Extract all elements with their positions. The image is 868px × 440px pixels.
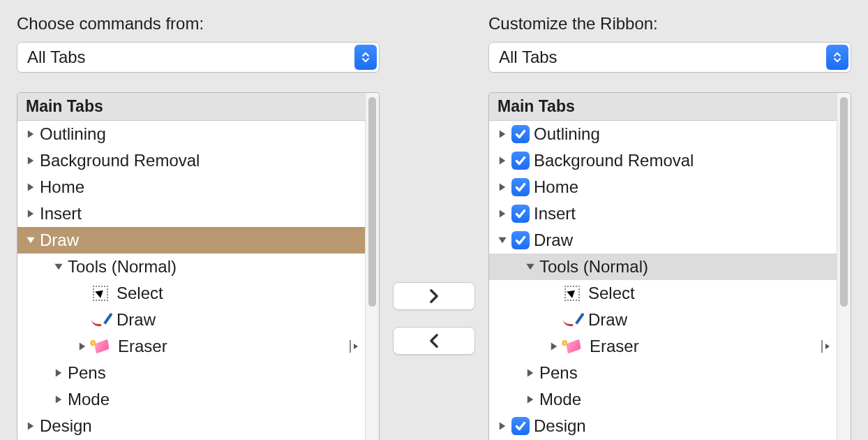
customize-ribbon-select-value: All Tabs [499, 47, 558, 67]
tree-item-design[interactable]: Design [489, 413, 837, 439]
tree-item-background-removal[interactable]: Background Removal [17, 147, 365, 174]
tree-item-insert[interactable]: Insert [17, 200, 365, 227]
item-label: Draw [117, 310, 156, 330]
disclosure-down-icon[interactable] [24, 235, 37, 245]
checkbox[interactable] [511, 125, 530, 143]
customize-ribbon-panel: Customize the Ribbon: All Tabs Main Tabs… [488, 14, 851, 440]
item-label: Draw [534, 230, 573, 250]
checkbox[interactable] [511, 152, 530, 170]
tree-item-mode[interactable]: Mode [489, 386, 837, 413]
choose-commands-label: Choose commands from: [17, 14, 380, 34]
select-stepper-icon[interactable] [826, 45, 848, 70]
disclosure-right-icon[interactable] [496, 182, 509, 192]
item-label: Select [588, 284, 635, 303]
chevron-left-icon [428, 333, 440, 349]
disclosure-right-icon[interactable] [496, 209, 509, 219]
scrollbar[interactable] [837, 93, 851, 440]
tree-item-background-removal[interactable]: Background Removal [489, 147, 837, 174]
tree-item-design[interactable]: Design [17, 413, 365, 439]
item-label: Eraser [118, 337, 167, 356]
checkbox[interactable] [511, 231, 530, 249]
disclosure-right-icon[interactable] [24, 182, 37, 192]
tree-item-draw-tool[interactable]: Draw [489, 307, 837, 333]
item-label: Home [40, 177, 84, 197]
tree-item-tools-normal[interactable]: Tools (Normal) [489, 254, 837, 280]
disclosure-right-icon[interactable] [496, 129, 509, 139]
select-tool-icon [90, 284, 111, 303]
tree-item-draw-tool[interactable]: Draw [17, 307, 365, 333]
eraser-tool-icon [563, 337, 584, 356]
tree-item-draw[interactable]: Draw [17, 227, 365, 254]
tree-item-tools-normal[interactable]: Tools (Normal) [17, 254, 365, 280]
item-label: Mode [68, 390, 110, 409]
tree-item-outlining[interactable]: Outlining [17, 121, 365, 147]
disclosure-right-icon[interactable] [496, 421, 509, 431]
item-label: Tools (Normal) [539, 257, 648, 277]
item-label: Background Removal [534, 151, 694, 170]
item-label: Draw [40, 230, 79, 250]
remove-button[interactable] [393, 327, 475, 355]
item-label: Tools (Normal) [68, 257, 177, 277]
checkbox[interactable] [511, 178, 530, 196]
item-label: Insert [534, 204, 576, 223]
tree-item-mode[interactable]: Mode [17, 386, 365, 413]
customize-ribbon-select[interactable]: All Tabs [488, 42, 851, 73]
choose-commands-select[interactable]: All Tabs [17, 42, 380, 73]
disclosure-right-icon[interactable] [52, 395, 65, 404]
flyout-indicator-icon[interactable] [821, 340, 831, 353]
disclosure-right-icon[interactable] [524, 395, 537, 404]
item-label: Outlining [534, 124, 600, 144]
tree-item-home[interactable]: Home [489, 174, 837, 200]
tree-item-eraser-tool[interactable]: Eraser [17, 333, 365, 360]
item-label: Pens [539, 363, 578, 383]
disclosure-right-icon[interactable] [24, 421, 37, 431]
select-tool-icon [562, 284, 583, 303]
commands-list: Main Tabs Outlining Background Removal H… [17, 92, 380, 440]
add-button[interactable] [393, 282, 475, 310]
scrollbar-thumb[interactable] [368, 97, 376, 307]
item-label: Home [534, 177, 578, 197]
tree-item-home[interactable]: Home [17, 174, 365, 200]
tree-item-select-tool[interactable]: Select [17, 280, 365, 307]
chevron-right-icon [428, 288, 440, 304]
tree-item-pens[interactable]: Pens [489, 360, 837, 386]
select-stepper-icon[interactable] [354, 45, 377, 70]
checkbox[interactable] [511, 417, 530, 435]
list-header: Main Tabs [489, 93, 837, 121]
item-label: Select [117, 284, 163, 303]
scrollbar[interactable] [365, 93, 379, 440]
disclosure-right-icon[interactable] [24, 156, 37, 166]
tree-item-outlining[interactable]: Outlining [489, 121, 837, 147]
item-label: Eraser [590, 337, 639, 356]
transfer-buttons [380, 14, 488, 440]
list-header: Main Tabs [17, 93, 365, 121]
disclosure-right-icon[interactable] [24, 209, 37, 219]
checkbox[interactable] [511, 205, 530, 223]
disclosure-right-icon[interactable] [496, 156, 509, 166]
disclosure-right-icon[interactable] [524, 368, 537, 378]
eraser-tool-icon [91, 337, 112, 356]
choose-commands-select-value: All Tabs [27, 47, 86, 67]
disclosure-down-icon[interactable] [52, 262, 65, 272]
tree-item-insert[interactable]: Insert [489, 200, 837, 227]
tree-item-pens[interactable]: Pens [17, 360, 365, 386]
disclosure-down-icon[interactable] [496, 235, 509, 245]
tree-item-select-tool[interactable]: Select [489, 280, 837, 307]
item-label: Background Removal [40, 151, 200, 170]
tree-item-draw[interactable]: Draw [489, 227, 837, 254]
disclosure-right-icon[interactable] [24, 129, 37, 139]
disclosure-right-icon[interactable] [76, 342, 89, 351]
disclosure-down-icon[interactable] [524, 262, 537, 272]
disclosure-right-icon[interactable] [52, 368, 65, 378]
item-label: Outlining [40, 124, 106, 144]
disclosure-right-icon[interactable] [548, 342, 560, 351]
draw-tool-icon [562, 310, 583, 330]
item-label: Pens [68, 363, 106, 383]
ribbon-list: Main Tabs Outlining Background Removal H… [488, 92, 851, 440]
choose-commands-panel: Choose commands from: All Tabs Main Tabs… [17, 14, 380, 440]
scrollbar-thumb[interactable] [840, 97, 848, 307]
tree-item-eraser-tool[interactable]: Eraser [489, 333, 837, 360]
flyout-indicator-icon[interactable] [350, 340, 359, 353]
item-label: Draw [588, 310, 627, 330]
item-label: Mode [539, 390, 581, 409]
